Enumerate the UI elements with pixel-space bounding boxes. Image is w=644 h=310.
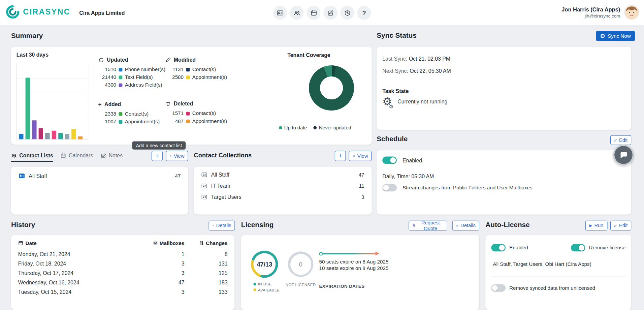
view-collections-button[interactable]: View xyxy=(349,151,372,161)
expiration-timeline xyxy=(319,251,379,255)
changes-icon: ⇅ xyxy=(199,240,204,246)
table-row[interactable]: Tuesday, Oct 15, 20243133 xyxy=(18,287,228,297)
legend-dot xyxy=(253,283,256,286)
schedule-edit-button[interactable]: Edit xyxy=(610,135,631,145)
collection-icon xyxy=(201,183,207,189)
list-item[interactable]: Target Users 3 xyxy=(200,191,366,203)
tab-contact-lists[interactable]: Contact Lists xyxy=(11,152,53,162)
summary-bar xyxy=(19,134,23,140)
table-row[interactable]: Friday, Oct 18, 20243131 xyxy=(18,259,228,268)
tab-notes[interactable]: Notes xyxy=(100,152,123,162)
eye-icon xyxy=(352,153,355,159)
brand-name: CIRASYNC xyxy=(23,7,70,17)
not-licensed-label: NOT LICENSED xyxy=(285,282,316,288)
compose-icon xyxy=(100,153,106,158)
pencil-icon xyxy=(614,223,617,228)
table-row[interactable]: Wednesday, Oct 16, 202447183 xyxy=(18,278,228,287)
calendar-icon xyxy=(18,240,24,246)
list-item-count: 47 xyxy=(175,173,181,179)
users-icon xyxy=(11,153,17,158)
group-label: Modified xyxy=(174,57,196,63)
auto-license-edit-button[interactable]: Edit xyxy=(610,221,631,230)
stat-label: Appointment(s) xyxy=(192,74,227,80)
add-contact-list-button[interactable]: + xyxy=(152,151,163,161)
users-nav-button[interactable] xyxy=(290,6,303,20)
stat-value: 4300 xyxy=(98,82,116,88)
add-contact-list-tooltip: Add a new contact list xyxy=(132,141,186,149)
tab-label: Calendars xyxy=(69,152,93,158)
remove-license-toggle[interactable] xyxy=(571,244,585,251)
add-collection-button[interactable]: + xyxy=(335,151,346,161)
divider xyxy=(491,276,625,276)
collection-icon xyxy=(201,172,207,178)
user-text: Jon Harris (Cira Apps) jlh@cirasync.com xyxy=(561,6,620,18)
summary-bar xyxy=(32,120,36,139)
list-item[interactable]: All Staff 47 xyxy=(200,169,366,180)
stat-label: Contact(s) xyxy=(125,111,149,117)
next-sync-label: Next Sync: xyxy=(382,68,408,74)
users-icon xyxy=(293,9,300,16)
legend-item: AVAILABLE xyxy=(253,288,279,292)
calendar-icon xyxy=(61,153,66,158)
plus-icon: + xyxy=(339,153,342,159)
contacts-nav-button[interactable] xyxy=(273,6,287,20)
list-item[interactable]: All Staff 47 xyxy=(17,170,182,182)
table-row[interactable]: Monday, Oct 21, 202418 xyxy=(18,249,228,259)
sync-now-label: Sync Now xyxy=(608,33,631,39)
licensing-details-button[interactable]: Details xyxy=(452,221,479,230)
expire-line: 50 seats expire on 8 Aug 2025 xyxy=(319,259,388,265)
cirasync-logo-icon xyxy=(6,5,20,19)
stat-value: 1131 xyxy=(165,67,184,72)
last-sync-label: Last Sync: xyxy=(382,56,407,62)
auto-license-enabled-toggle[interactable] xyxy=(491,244,506,251)
compose-nav-button[interactable] xyxy=(323,6,337,20)
history-nav-button[interactable] xyxy=(340,6,354,20)
expiration-dates-label: EXPIRATION DATES xyxy=(319,283,364,288)
list-item[interactable]: IT Team 11 xyxy=(200,180,366,191)
legend-square xyxy=(119,83,122,87)
history-details-button[interactable]: Details xyxy=(208,221,235,230)
table-row[interactable]: Thursday, Oct 17, 20243125 xyxy=(18,268,228,278)
sync-now-button[interactable]: ⚙ Sync Now xyxy=(596,31,635,41)
tab-calendars[interactable]: Calendars xyxy=(61,152,93,162)
schedule-enabled-toggle[interactable] xyxy=(382,157,397,164)
in-use-legend: IN USE AVAILABLE xyxy=(253,282,279,293)
avatar[interactable] xyxy=(624,5,639,20)
legend-item: Never updated xyxy=(314,125,351,131)
cirasync-logo[interactable]: CIRASYNC xyxy=(6,5,70,19)
stat-row: 1571Contact(s) xyxy=(165,111,227,116)
history-title: History xyxy=(11,221,35,229)
user-menu[interactable]: Jon Harris (Cira Apps) jlh@cirasync.com xyxy=(561,5,639,20)
chat-button[interactable] xyxy=(613,145,634,165)
request-quote-button[interactable]: $ Request Quote xyxy=(409,221,447,230)
modified-group: Modified 1131Contact(s) 2580Appointment(… xyxy=(165,57,227,82)
lists-tabs: Contact Lists Calendars Notes xyxy=(11,152,123,162)
plus-icon: + xyxy=(98,101,101,107)
id-card-icon xyxy=(277,9,284,16)
auto-license-run-button[interactable]: ▶ Run xyxy=(585,221,608,230)
stat-value: 1510 xyxy=(98,67,116,72)
changes-column-header: ⇅ Changes xyxy=(199,240,227,246)
timeline-arrow xyxy=(376,251,379,255)
tab-label: Notes xyxy=(109,152,123,158)
calendar-nav-button[interactable] xyxy=(307,6,320,20)
view-contact-lists-button[interactable]: View xyxy=(166,151,188,161)
stat-value: 487 xyxy=(165,118,184,124)
tenant-coverage-legend: Up to date Never updated xyxy=(279,125,351,131)
edit-label: Edit xyxy=(619,137,627,143)
list-item-count: 47 xyxy=(359,172,364,178)
date-column-header: Date xyxy=(18,240,152,246)
help-nav-button[interactable]: ? xyxy=(357,6,371,20)
legend-dot xyxy=(253,288,256,291)
edit-label: Edit xyxy=(619,223,627,228)
remove-synced-toggle[interactable] xyxy=(491,284,506,292)
toggle-knob xyxy=(579,245,584,251)
view-label: View xyxy=(357,153,368,159)
stat-label: Appointment(s) xyxy=(192,118,227,124)
collection-icon xyxy=(201,194,207,200)
stat-value: 2338 xyxy=(98,111,116,117)
stat-label: Contact(s) xyxy=(192,111,216,116)
stat-row: 4300Address Field(s) xyxy=(98,82,165,88)
timeline-start-dot xyxy=(319,252,323,255)
stream-changes-toggle[interactable] xyxy=(382,184,397,191)
